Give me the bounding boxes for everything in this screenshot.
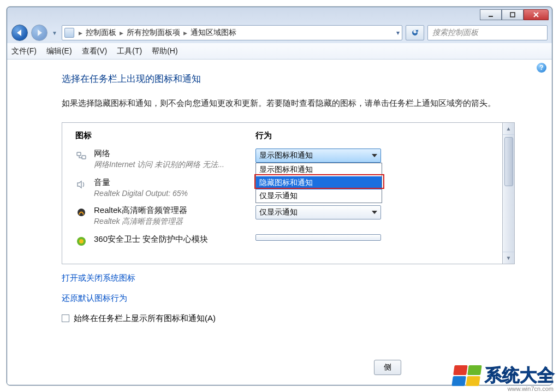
- help-icon[interactable]: ?: [537, 63, 546, 73]
- history-chevron-icon[interactable]: ▼: [51, 25, 58, 41]
- control-panel-window: ▼ ▸ 控制面板 ▸ 所有控制面板项 ▸ 通知区域图标 ▾ 搜索控制面板 文件(…: [7, 7, 552, 385]
- breadcrumb-sep: ▸: [182, 28, 188, 37]
- behavior-select[interactable]: 显示图标和通知 显示图标和通知 隐藏图标和通知 仅显示通知: [255, 149, 381, 163]
- behavior-dropdown: 显示图标和通知 隐藏图标和通知 仅显示通知: [255, 163, 382, 203]
- realtek-icon: [75, 206, 87, 218]
- select-value: 仅显示通知: [259, 207, 298, 217]
- navigation-row: ▼ ▸ 控制面板 ▸ 所有控制面板项 ▸ 通知区域图标 ▾ 搜索控制面板: [7, 22, 552, 43]
- breadcrumb-seg2[interactable]: 所有控制面板项: [124, 28, 182, 38]
- breadcrumb-seg3[interactable]: 通知区域图标: [188, 28, 239, 38]
- menu-tools[interactable]: 工具(T): [117, 46, 142, 56]
- svg-rect-3: [82, 156, 86, 159]
- list-item: 360安全卫士 安全防护中心模块: [75, 234, 492, 247]
- link-system-icons[interactable]: 打开或关闭系统图标: [62, 273, 532, 283]
- link-restore-defaults[interactable]: 还原默认图标行为: [62, 293, 532, 304]
- breadcrumb-sep: ▸: [118, 28, 124, 37]
- search-placeholder: 搜索控制面板: [432, 28, 478, 38]
- address-dropdown[interactable]: ▾: [396, 29, 400, 37]
- scroll-down-icon[interactable]: ▼: [503, 252, 514, 264]
- item-name: 360安全卫士 安全防护中心模块: [94, 234, 255, 245]
- dropdown-option[interactable]: 仅显示通知: [256, 189, 382, 203]
- watermark-text: 系统大全: [485, 364, 555, 388]
- chevron-down-icon: [372, 211, 377, 214]
- network-icon: [75, 150, 87, 162]
- select-value: 显示图标和通知: [259, 151, 313, 161]
- back-button[interactable]: [11, 25, 28, 41]
- breadcrumb-seg1[interactable]: 控制面板: [84, 28, 118, 38]
- forward-button[interactable]: [31, 25, 47, 41]
- windows-logo-icon: [451, 365, 481, 386]
- breadcrumb-sep: ▸: [78, 28, 84, 37]
- list-item: 网络 网络Internet 访问 未识别的网络 无法... 显示图标和通知 显示…: [75, 149, 492, 170]
- menu-edit[interactable]: 编辑(E): [46, 46, 72, 56]
- list-item: Realtek高清晰音频管理器 Realtek 高清晰音频管理器 仅显示通知: [75, 205, 492, 227]
- always-show-checkbox-row: 始终在任务栏上显示所有图标和通知(A): [62, 313, 532, 324]
- icon-list-panel: 图标 行为 网络 网络Internet 访问 未识别的网络 无法... 显示图标…: [62, 122, 515, 264]
- behavior-select[interactable]: [255, 234, 381, 241]
- svg-rect-0: [489, 16, 493, 17]
- breadcrumb[interactable]: ▸ 控制面板 ▸ 所有控制面板项 ▸ 通知区域图标 ▾: [62, 25, 402, 40]
- links: 打开或关闭系统图标 还原默认图标行为: [62, 273, 532, 304]
- speaker-icon: [75, 179, 87, 191]
- page-title: 选择在任务栏上出现的图标和通知: [62, 73, 532, 85]
- column-headers: 图标 行为: [75, 130, 492, 141]
- behavior-select[interactable]: 仅显示通知: [255, 205, 381, 219]
- scroll-up-icon[interactable]: ▲: [503, 123, 514, 135]
- content-area: ? 选择在任务栏上出现的图标和通知 如果选择隐藏图标和通知，则不会向您通知更改和…: [7, 60, 552, 385]
- scrollbar[interactable]: ▲ ▼: [502, 123, 514, 264]
- close-button[interactable]: [524, 9, 549, 20]
- item-sub: Realtek 高清晰音频管理器: [94, 217, 255, 227]
- dropdown-option-selected[interactable]: 隐藏图标和通知: [256, 176, 382, 189]
- menu-view[interactable]: 查看(V): [82, 46, 108, 56]
- footer-button-label: 侧: [384, 363, 391, 372]
- checkbox-label: 始终在任务栏上显示所有图标和通知(A): [74, 313, 216, 324]
- item-sub: Realtek Digital Output: 65%: [94, 189, 255, 198]
- col-behavior: 行为: [255, 130, 272, 141]
- scroll-thumb[interactable]: [504, 137, 513, 186]
- control-panel-icon: [64, 28, 74, 38]
- item-name: 音量: [94, 177, 255, 188]
- menu-help[interactable]: 帮助(H): [152, 46, 177, 56]
- footer-button[interactable]: 侧: [374, 360, 401, 375]
- search-input[interactable]: 搜索控制面板: [427, 25, 548, 40]
- titlebar: [7, 7, 552, 22]
- col-icon: 图标: [75, 130, 255, 141]
- item-sub: 网络Internet 访问 未识别的网络 无法...: [94, 160, 255, 170]
- menu-file[interactable]: 文件(F): [11, 46, 37, 56]
- checkbox[interactable]: [62, 314, 69, 322]
- shield-icon: [75, 235, 87, 247]
- refresh-button[interactable]: [406, 25, 424, 40]
- page-description: 如果选择隐藏图标和通知，则不会向您通知更改和更新。若要随时查看隐藏的图标，请单击…: [62, 96, 498, 110]
- watermark-url: www.win7cn.com: [508, 385, 554, 392]
- svg-rect-2: [77, 152, 81, 156]
- maximize-button[interactable]: [502, 9, 524, 20]
- svg-rect-1: [510, 13, 515, 17]
- item-name: Realtek高清晰音频管理器: [94, 205, 255, 216]
- menubar: 文件(F) 编辑(E) 查看(V) 工具(T) 帮助(H): [7, 43, 552, 60]
- dropdown-option[interactable]: 显示图标和通知: [256, 163, 382, 176]
- item-name: 网络: [94, 149, 255, 159]
- svg-point-6: [79, 239, 84, 243]
- minimize-button[interactable]: [480, 9, 502, 20]
- chevron-down-icon: [372, 154, 377, 157]
